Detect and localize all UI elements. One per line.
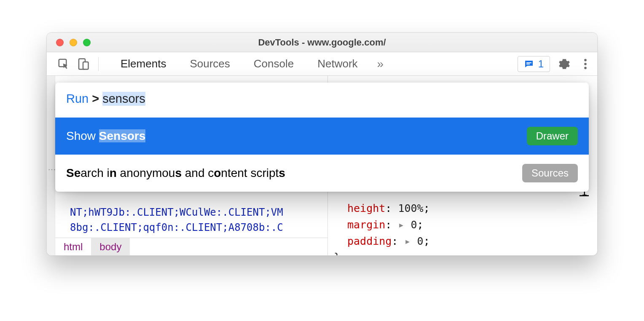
zoom-button[interactable] [83,39,91,46]
dom-text: NT;hWT9Jb:.CLIENT;WCulWe:.CLIENT;VM 8bg:… [70,205,323,235]
separator [98,57,99,71]
command-item-label: Show Sensors [66,129,145,143]
command-item-label: Search in anonymous and content scripts [66,166,285,180]
panel-tabs: Elements Sources Console Network [121,54,358,74]
svg-point-6 [584,63,587,65]
style-row[interactable]: padding: ▸ 0; [347,233,430,250]
close-button[interactable] [56,39,64,46]
svg-point-5 [584,59,587,61]
svg-rect-3 [526,62,531,63]
style-row[interactable]: margin: ▸ 0; [347,217,430,233]
style-value: 0 [417,235,424,247]
command-input-row[interactable]: Run >sensors [55,83,589,118]
tab-network[interactable]: Network [317,54,357,74]
command-item[interactable]: Search in anonymous and content scriptsS… [55,155,589,192]
minimize-button[interactable] [70,39,77,46]
traffic-lights [47,39,91,46]
style-property: margin [347,219,385,231]
style-value: 100% [398,202,423,214]
breadcrumb-body[interactable]: body [91,238,130,255]
style-property: height [347,202,385,214]
inspect-icon[interactable] [56,56,71,72]
device-toggle-icon[interactable] [75,56,91,72]
command-prefix: Run [66,92,89,106]
expand-triangle-icon[interactable]: ▸ [404,235,417,247]
messages-count: 1 [538,58,544,70]
window-title: DevTools - www.google.com/ [47,37,597,48]
svg-rect-2 [83,62,89,70]
command-category-pill: Drawer [527,127,578,145]
style-row[interactable]: height: 100%; [347,201,430,217]
style-property: padding [347,235,392,247]
command-menu: Run >sensors Show SensorsDrawerSearch in… [55,83,589,192]
messages-chip[interactable]: 1 [518,56,550,72]
breadcrumb-html[interactable]: html [55,238,91,255]
breadcrumb: html body [55,238,327,255]
messages-icon [524,59,534,69]
tab-console[interactable]: Console [254,54,294,74]
settings-icon[interactable] [558,57,571,71]
command-item[interactable]: Show SensorsDrawer [55,118,589,155]
svg-rect-4 [526,64,530,64]
svg-point-7 [584,67,587,69]
command-category-pill: Sources [522,164,578,182]
command-results: Show SensorsDrawerSearch in anonymous an… [55,118,589,192]
toolbar-right: 1 [518,56,592,72]
close-brace: } [334,249,430,256]
tabs-overflow-icon[interactable]: » [377,58,384,70]
style-value: 0 [411,219,417,231]
dom-line: NT;hWT9Jb:.CLIENT;WCulWe:.CLIENT;VM [70,205,323,220]
tab-sources[interactable]: Sources [190,54,230,74]
main-toolbar: Elements Sources Console Network » 1 [47,52,597,76]
tab-elements[interactable]: Elements [121,54,166,74]
dom-line: 8bg:.CLIENT;qqf0n:.CLIENT;A8708b:.C [70,220,323,235]
titlebar: DevTools - www.google.com/ [47,33,597,52]
styles-block: height: 100%;margin: ▸ 0;padding: ▸ 0; } [347,201,430,256]
command-query: sensors [102,92,145,106]
expand-triangle-icon[interactable]: ▸ [398,219,411,231]
command-gt: > [92,92,99,106]
more-menu-icon[interactable] [579,57,592,71]
dom-gutter: … [47,76,55,255]
